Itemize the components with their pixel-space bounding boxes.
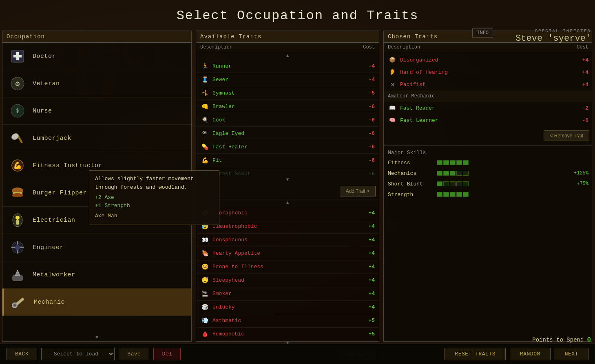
bottom-bar: BACK --Select to load-- Save Del RESET T… [0,344,595,364]
neg-traits-scroll-up[interactable]: ▲ [196,199,379,207]
trait-smoker[interactable]: 🚬 Smoker +4 [196,287,379,301]
chosen-disorganized[interactable]: 📦 Disorganized +4 [384,54,593,66]
trait-gymnast[interactable]: 🤸 Gymnast -5 [196,86,379,100]
trait-name-asthmatic: Asthmatic [212,318,363,324]
svg-point-13 [12,193,23,197]
chosen-cost-pacifist: +4 [577,82,588,88]
skill-bar [437,181,442,186]
smoker-icon: 🚬 [200,289,209,298]
occupation-item-mechanic[interactable]: Mechanic [2,289,191,316]
occupation-item-engineer[interactable]: Engineer [2,234,191,261]
trait-hearty-appetite[interactable]: 🍖 Hearty Appetite +4 [196,247,379,260]
chosen-cost-hard-hearing: +4 [577,69,588,75]
svg-text:💪: 💪 [13,161,22,170]
fast-healer-icon: 💊 [200,142,209,151]
occupation-scroll-down[interactable]: ▼ [2,334,191,341]
trait-cost-conspicuous: +4 [363,237,375,243]
svg-rect-19 [17,241,18,245]
doctor-icon [7,46,28,66]
chosen-fast-reader[interactable]: 📖 Fast Reader -2 [384,102,593,114]
veteran-icon: ⚙ [7,73,28,94]
next-button[interactable]: NEXT [555,348,588,360]
tooltip-title: Axe Man [95,212,213,221]
back-button[interactable]: BACK [7,348,37,360]
trait-cost-runner: -4 [363,63,375,69]
trait-claustrophobic[interactable]: 😰 Claustrophobic +4 [196,220,379,234]
svg-point-18 [15,245,20,250]
occupation-item-metalworker[interactable]: Metalworker [2,261,191,289]
pos-traits-scroll-up[interactable]: ▲ [196,52,379,60]
trait-name-cook: Cook [212,117,363,123]
trait-cost-claustrophobic: +4 [363,223,375,229]
skill-bar-empty [443,181,449,186]
trait-agoraphobic[interactable]: 😨 Agoraphobic +4 [196,207,379,220]
points-label: Points to Spend [532,337,584,343]
eagle-eyed-icon: 👁 [200,129,209,138]
sleepyhead-icon: 😴 [200,276,209,285]
load-select[interactable]: --Select to load-- [41,348,115,360]
chosen-pacifist[interactable]: ☮ Pacifist +4 [384,78,593,90]
tooltip-stat-2: +1 Strength [95,202,213,210]
trait-asthmatic[interactable]: 💨 Asthmatic +5 [196,314,379,328]
available-traits-panel: Available Traits Description Cost ▲ 🏃 Ru… [196,31,379,342]
trait-name-forest-scout: Forest Scout [212,171,363,176]
del-button[interactable]: Del [153,348,181,360]
skill-bar [450,192,456,197]
trait-cost-asthmatic: +5 [363,318,375,324]
chosen-list: 📦 Disorganized +4 👂 Hard of Hearing +4 ☮… [384,52,593,128]
trait-fit[interactable]: 💪 Fit -6 [196,154,379,167]
trait-fast-healer[interactable]: 💊 Fast Healer -6 [196,140,379,154]
chosen-desc-col: Description [388,44,420,50]
trait-sleepyhead[interactable]: 😴 Sleepyhead +4 [196,274,379,287]
trait-name-brawler: Brawler [212,104,363,110]
chosen-fast-learner[interactable]: 🧠 Fast Learner -6 [384,114,593,126]
pos-traits-scroll-down[interactable]: ▼ [196,176,379,183]
trait-sewer[interactable]: 🧵 Sewer -4 [196,73,379,86]
skill-name-short-blunt: Short Blunt [388,181,437,187]
points-section: Points to Spend 0 [532,336,591,344]
trait-name-hearty-appetite: Hearty Appetite [212,250,363,256]
save-button[interactable]: Save [119,348,149,360]
mechanic-icon [9,292,29,312]
trait-brawler[interactable]: 👊 Brawler -6 [196,100,379,113]
chosen-cost-col: Cost [577,44,588,50]
trait-cook[interactable]: 🍳 Cook -6 [196,113,379,127]
add-trait-button-top[interactable]: Add Trait > [340,186,376,196]
occupation-item-doctor[interactable]: Doctor [2,43,191,70]
trait-hemophobic[interactable]: 🩸 Hemophobic +5 [196,328,379,340]
skill-bonus-short-blunt: +75% [568,181,588,187]
svg-rect-23 [13,276,22,280]
trait-forest-scout[interactable]: 🌲 Forest Scout -6 [196,167,379,176]
chosen-hard-hearing[interactable]: 👂 Hard of Hearing +4 [384,66,593,78]
occupation-item-nurse[interactable]: ⚕ Nurse [2,97,191,125]
trait-runner[interactable]: 🏃 Runner -4 [196,60,379,73]
trait-eagle-eyed[interactable]: 👁 Eagle Eyed -6 [196,127,379,140]
unlucky-icon: 🎲 [200,303,209,312]
hearty-appetite-icon: 🍖 [200,249,209,258]
reset-traits-button[interactable]: RESET TRAITS [445,348,506,360]
negative-traits-list: 😨 Agoraphobic +4 😰 Claustrophobic +4 👀 C… [196,207,379,340]
occupation-item-lumberjack[interactable]: Lumberjack [2,125,191,152]
trait-conspicuous[interactable]: 👀 Conspicuous +4 [196,234,379,247]
trait-unlucky[interactable]: 🎲 Unlucky +4 [196,301,379,314]
skill-bar [437,171,442,176]
major-skills-header: Major Skills [388,147,588,157]
burger-icon [7,183,28,203]
remove-trait-button[interactable]: < Remove Trait [544,130,589,141]
trait-name-eagle-eyed: Eagle Eyed [212,130,363,137]
disorganized-icon: 📦 [388,55,397,64]
available-traits-desc-col: Description [200,44,232,50]
trait-tooltip: Allows slightly faster movement through … [89,170,219,225]
occupation-item-veteran[interactable]: ⚙ Veteran [2,70,191,97]
skill-name-strength: Strength [388,192,437,198]
trait-cost-unlucky: +4 [363,304,375,310]
svg-point-8 [11,132,20,141]
trait-name-smoker: Smoker [212,291,363,297]
skill-bar [463,192,469,197]
info-button[interactable]: INFO [472,29,493,38]
trait-name-unlucky: Unlucky [212,304,363,310]
trait-prone-to-illness[interactable]: 🤒 Prone to Illness +4 [196,260,379,274]
tooltip-stat-1: +2 Axe [95,194,213,202]
trait-name-runner: Runner [212,63,363,69]
random-button[interactable]: RANDOM [510,348,551,360]
